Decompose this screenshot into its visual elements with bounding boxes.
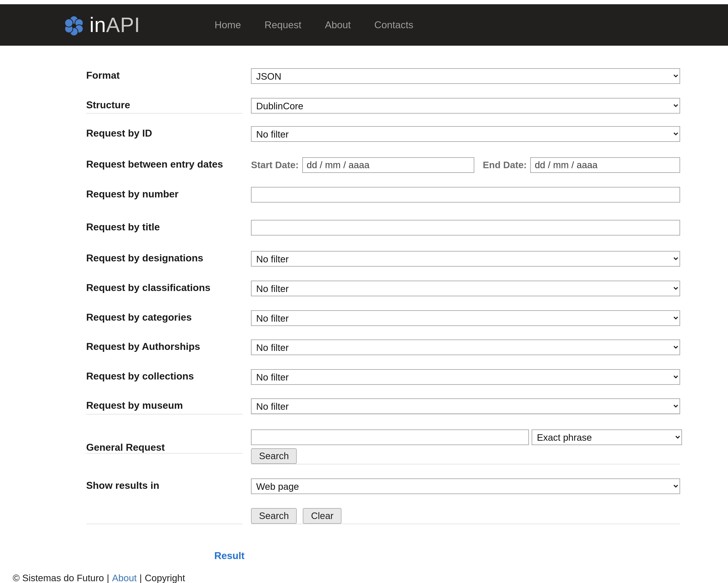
footer-separator-1: |	[104, 573, 112, 583]
request-by-museum-select[interactable]: No filter	[251, 398, 680, 414]
request-by-designations-row: Request by designations No filter	[86, 251, 728, 266]
footer-separator-2: |	[136, 573, 145, 583]
format-select[interactable]: JSON	[251, 68, 680, 84]
structure-label: Structure	[86, 98, 130, 111]
request-by-categories-row: Request by categories No filter	[86, 311, 728, 326]
end-date-label: End Date:	[483, 160, 527, 170]
logo[interactable]: inAPI	[63, 14, 140, 36]
footer-about-link[interactable]: About	[112, 573, 136, 583]
entry-dates-row: Request between entry dates Start Date: …	[86, 157, 728, 173]
request-by-designations-label: Request by designations	[86, 251, 203, 264]
request-by-number-label: Request by number	[86, 187, 179, 200]
request-by-museum-label: Request by museum	[86, 398, 183, 411]
request-by-museum-row: Request by museum No filter	[86, 398, 728, 420]
footer-copyright: © Sistemas do Futuro	[13, 573, 104, 583]
result-link[interactable]: Result	[214, 550, 244, 561]
footer: © Sistemas do Futuro|About|Copyright	[0, 573, 728, 583]
structure-select[interactable]: DublinCore	[251, 98, 680, 113]
nav-about[interactable]: About	[325, 19, 351, 31]
general-request-row: General Request Exact phrase Search	[86, 429, 728, 470]
request-by-classifications-label: Request by classifications	[86, 281, 210, 293]
format-row: Format JSON	[86, 68, 728, 84]
request-by-designations-select[interactable]: No filter	[251, 251, 680, 266]
show-results-label: Show results in	[86, 478, 159, 491]
entry-dates-label: Request between entry dates	[86, 157, 223, 170]
nav-request[interactable]: Request	[264, 19, 302, 31]
request-by-number-row: Request by number	[86, 187, 728, 203]
request-by-classifications-row: Request by classifications No filter	[86, 281, 728, 296]
request-by-collections-select[interactable]: No filter	[251, 369, 680, 385]
request-by-title-label: Request by title	[86, 220, 160, 233]
request-by-authorships-label: Request by Authorships	[86, 340, 200, 352]
show-results-row: Show results in Web page Search Clear	[86, 478, 728, 531]
nav-home[interactable]: Home	[215, 19, 241, 31]
general-search-button[interactable]: Search	[251, 448, 297, 464]
general-request-input[interactable]	[251, 429, 529, 445]
top-strip	[0, 0, 728, 4]
logo-text: inAPI	[89, 15, 140, 35]
general-request-label: General Request	[86, 440, 165, 453]
header: inAPI Home Request About Contacts	[0, 4, 728, 46]
request-by-number-input[interactable]	[251, 187, 680, 203]
flower-icon	[63, 14, 85, 36]
request-by-title-input[interactable]	[251, 220, 680, 236]
start-date-input[interactable]	[303, 157, 474, 173]
match-mode-select[interactable]: Exact phrase	[532, 429, 682, 445]
request-by-classifications-select[interactable]: No filter	[251, 281, 680, 296]
search-button[interactable]: Search	[251, 508, 297, 524]
main-nav: Home Request About Contacts	[215, 19, 413, 31]
request-by-authorships-row: Request by Authorships No filter	[86, 340, 728, 355]
request-by-collections-row: Request by collections No filter	[86, 369, 728, 385]
show-results-select[interactable]: Web page	[251, 478, 680, 494]
request-by-categories-select[interactable]: No filter	[251, 311, 680, 326]
logo-text-api: API	[106, 13, 140, 36]
request-by-id-select[interactable]: No filter	[251, 126, 680, 142]
request-form: Format JSON Structure DublinCore Request…	[0, 46, 728, 561]
logo-text-in: in	[89, 13, 106, 36]
start-date-label: Start Date:	[251, 160, 298, 170]
structure-row: Structure DublinCore	[86, 98, 728, 119]
request-by-id-label: Request by ID	[86, 126, 152, 139]
request-by-id-row: Request by ID No filter	[86, 126, 728, 142]
request-by-title-row: Request by title	[86, 220, 728, 236]
request-by-categories-label: Request by categories	[86, 311, 192, 323]
footer-rights: Copyright	[145, 573, 185, 583]
clear-button[interactable]: Clear	[303, 508, 341, 524]
request-by-collections-label: Request by collections	[86, 369, 194, 382]
nav-contacts[interactable]: Contacts	[374, 19, 413, 31]
format-label: Format	[86, 68, 120, 81]
request-by-authorships-select[interactable]: No filter	[251, 340, 680, 355]
end-date-input[interactable]	[530, 157, 680, 173]
